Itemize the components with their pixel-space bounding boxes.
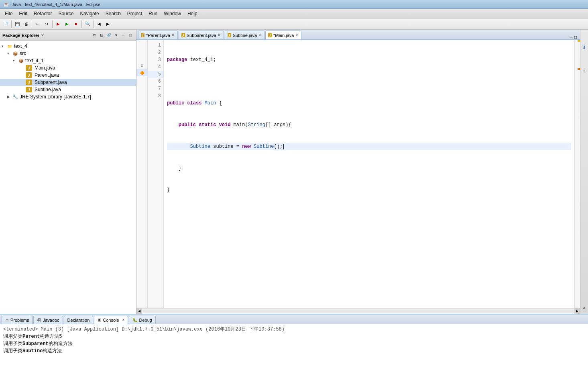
marker-1 <box>136 40 147 47</box>
console-icon: ▣ <box>98 318 101 322</box>
menu-source[interactable]: Source <box>55 10 77 17</box>
tree-item-subtine[interactable]: J Subtine.java <box>0 86 136 93</box>
menu-search[interactable]: Search <box>102 10 124 17</box>
tree-label-src: src <box>20 51 26 56</box>
tab-icon-subparent: J <box>181 33 185 37</box>
hscroll-left-btn[interactable]: ◀ <box>136 308 142 314</box>
hscroll-track[interactable] <box>143 310 574 313</box>
menu-help[interactable]: Help <box>184 10 201 17</box>
tab-main[interactable]: J *Main.java × <box>265 31 301 39</box>
pkg-link-icon[interactable]: 🔗 <box>106 32 112 39</box>
linenum-6: 6 <box>148 78 163 85</box>
bottom-panel: ⚠ Problems @ Javadoc Declaration ▣ Conso… <box>0 314 588 386</box>
console-line-3: 调用子类Subtine构造方法 <box>3 347 585 355</box>
tree-item-src[interactable]: ▾ 📦 src <box>0 50 136 57</box>
tab-subtine[interactable]: J Subtine.java × <box>225 31 264 39</box>
code-line-8 <box>167 208 571 215</box>
pkg-sync-icon[interactable]: ⟳ <box>91 32 98 39</box>
tree-item-main[interactable]: J Main.java <box>0 64 136 71</box>
menu-navigate[interactable]: Navigate <box>77 10 102 17</box>
menu-window[interactable]: Window <box>161 10 184 17</box>
tb-sep-2 <box>32 20 32 28</box>
tab-icon-parent: J <box>141 33 144 37</box>
tb-run-button[interactable]: ▶ <box>63 20 71 28</box>
tab-debug[interactable]: 🐛 Debug <box>129 316 155 324</box>
tab-close-subtine[interactable]: × <box>258 33 261 37</box>
java-icon-subtine: J <box>26 87 32 92</box>
menu-run[interactable]: Run <box>145 10 161 17</box>
menu-project[interactable]: Project <box>124 10 145 17</box>
tab-max-icon[interactable]: □ <box>574 35 577 39</box>
tab-problems[interactable]: ⚠ Problems <box>2 316 33 324</box>
tree-item-subparent[interactable]: J Subparent.java <box>0 79 136 86</box>
tab-close-parent[interactable]: × <box>172 33 174 37</box>
tb-undo-button[interactable]: ↩ <box>34 20 42 28</box>
tb-prev-button[interactable]: ◀ <box>95 20 103 28</box>
sidebar-info-icon[interactable]: ℹ <box>581 43 588 50</box>
console-output: <terminated> Main (3) [Java Application]… <box>0 324 588 386</box>
gutter-warn-mark <box>578 40 580 42</box>
editor-hscrollbar[interactable]: ◀ ▶ <box>136 308 580 314</box>
problems-icon: ⚠ <box>5 318 9 322</box>
javadoc-icon: @ <box>37 318 41 322</box>
linenum-2: 2 <box>148 49 163 56</box>
tree-label-subtine: Subtine.java <box>35 87 61 92</box>
tab-console-label: Console <box>103 318 119 323</box>
tab-close-subparent[interactable]: × <box>218 33 220 37</box>
package-explorer: Package Explorer ✕ ⟳ ⊟ 🔗 ▾ ─ □ ▾ 📁 text_… <box>0 30 136 314</box>
java-icon-main: J <box>26 65 32 71</box>
tb-redo-button[interactable]: ↪ <box>43 20 51 28</box>
tree-label-text4: text_4 <box>14 43 27 49</box>
hscroll-right-btn[interactable]: ▶ <box>574 308 580 314</box>
tab-javadoc[interactable]: @ Javadoc <box>33 316 63 324</box>
tab-min-icon[interactable]: ─ <box>570 35 573 39</box>
tree-item-jre[interactable]: ▶ 🔧 JRE System Library [JavaSE-1.7] <box>0 93 136 100</box>
tab-label-subparent: Subparent.java <box>187 33 216 38</box>
code-line-4: public static void main(String[] args){ <box>167 121 571 129</box>
tab-console[interactable]: ▣ Console × <box>94 316 128 324</box>
tab-close-main[interactable]: × <box>295 33 298 37</box>
pkg-collapse-icon[interactable]: ⊟ <box>98 32 105 39</box>
pkg-explorer-header: Package Explorer ✕ ⟳ ⊟ 🔗 ▾ ─ □ <box>0 30 136 41</box>
menu-bar: File Edit Refactor Source Navigate Searc… <box>0 9 588 18</box>
tab-label-subtine: Subtine.java <box>233 33 257 38</box>
tb-new-button[interactable]: 📄 <box>2 20 10 28</box>
menu-file[interactable]: File <box>2 10 16 17</box>
tab-console-close[interactable]: × <box>122 318 125 322</box>
marker-6 <box>136 76 147 84</box>
tb-search-button[interactable]: 🔍 <box>83 20 92 28</box>
console-line-2: 调用子类Subparent的构造方法 <box>3 340 585 347</box>
pkg-min-icon[interactable]: ─ <box>120 32 126 39</box>
tab-problems-label: Problems <box>10 318 29 323</box>
tb-next-button[interactable]: ▶ <box>104 20 112 28</box>
menu-refactor[interactable]: Refactor <box>31 10 55 17</box>
main-area: Package Explorer ✕ ⟳ ⊟ 🔗 ▾ ─ □ ▾ 📁 text_… <box>0 30 588 314</box>
tab-subparent[interactable]: J Subparent.java × <box>179 31 224 39</box>
pkg-max-icon[interactable]: □ <box>127 32 134 39</box>
tb-stop-button[interactable]: ■ <box>72 20 80 28</box>
tree-item-parent[interactable]: J Parent.java <box>0 71 136 79</box>
tree-label-jre: JRE System Library [JavaSE-1.7] <box>20 94 91 100</box>
sidebar-tasks-icon[interactable]: ≡ <box>581 67 588 74</box>
sidebar-arrow-icon[interactable]: ▲ <box>581 304 588 310</box>
marker-4: ⊖ <box>136 62 147 69</box>
tree-item-text4[interactable]: ▾ 📁 text_4 <box>0 43 136 50</box>
breakpoint-icon-5[interactable]: 🔶 <box>140 71 144 75</box>
left-markers: ⊖ 🔶 <box>136 40 148 308</box>
code-content[interactable]: package text_4_1; public class Main { pu… <box>164 40 574 308</box>
tb-debug-button[interactable]: ▶ <box>54 20 62 28</box>
code-line-7: } <box>167 186 571 194</box>
gutter-error-mark <box>578 68 580 70</box>
editor-right-gutter <box>574 40 580 308</box>
tab-parent[interactable]: J *Parent.java × <box>138 31 178 39</box>
line-numbers: 1 2 3 4 5 6 7 8 <box>148 40 164 308</box>
tab-declaration[interactable]: Declaration <box>64 316 94 324</box>
menu-edit[interactable]: Edit <box>16 10 31 17</box>
pkg-menu-icon[interactable]: ▾ <box>113 32 119 39</box>
tb-save-button[interactable]: 💾 <box>13 20 21 28</box>
tree-item-text4_1[interactable]: ▾ 📦 text_4_1 <box>0 57 136 64</box>
tab-javadoc-label: Javadoc <box>43 318 59 323</box>
tb-print-button[interactable]: 🖨 <box>22 20 30 28</box>
editor-tab-bar: J *Parent.java × J Subparent.java × J Su… <box>136 30 580 40</box>
fold-icon-4[interactable]: ⊖ <box>140 63 144 67</box>
